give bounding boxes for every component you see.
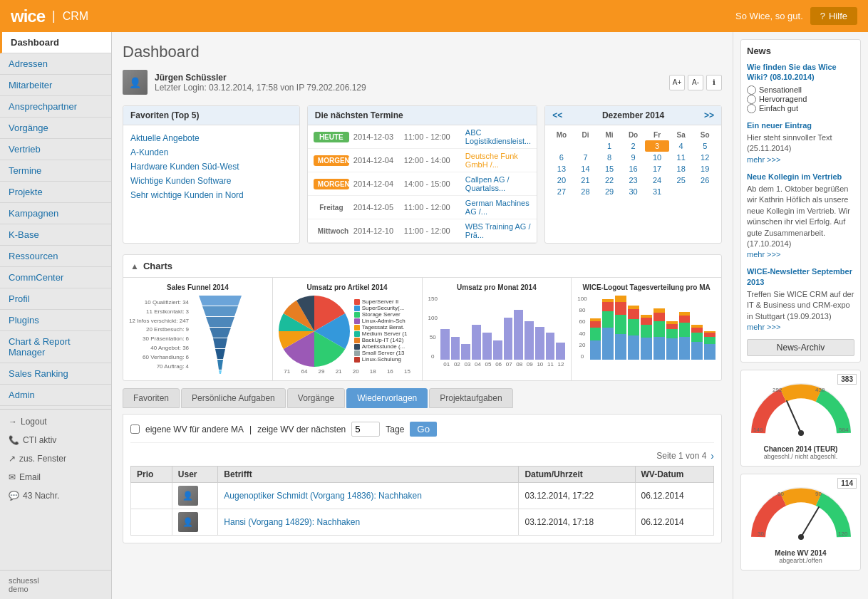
cal-day-17[interactable]: 17 — [645, 163, 669, 175]
wv-go-button[interactable]: Go — [410, 422, 437, 437]
cal-day-20[interactable]: 20 — [549, 175, 574, 186]
fav-link-2[interactable]: A-Kunden — [130, 145, 292, 160]
sidebar-item-plugins[interactable]: Plugins — [0, 310, 111, 331]
sidebar-item-termine[interactable]: Termine — [0, 160, 111, 182]
favoriten-header: Favoriten (Top 5) — [123, 106, 299, 125]
cal-day-23[interactable]: 23 — [621, 175, 646, 186]
sidebar-item-kbase[interactable]: K-Base — [0, 224, 111, 246]
cal-day-12[interactable]: 12 — [693, 152, 717, 163]
header-crm: CRM — [63, 10, 88, 23]
cal-day-18[interactable]: 18 — [669, 163, 693, 175]
cal-day-29[interactable]: 29 — [597, 186, 621, 197]
fav-link-5[interactable]: Sehr wichtige Kunden in Nord — [130, 188, 292, 202]
sidebar-item-adressen[interactable]: Adressen — [0, 53, 111, 75]
wv-checkbox-other-ma[interactable] — [130, 424, 140, 434]
charts-title: Charts — [143, 261, 172, 271]
sidebar-item-chart-report-manager[interactable]: Chart & Report Manager — [0, 331, 111, 363]
table-row: 👤 Augenoptiker Schmidt (Vorgang 14836): … — [131, 483, 714, 509]
info-icon[interactable]: ℹ — [706, 75, 722, 90]
news-more-3[interactable]: mehr >>> — [747, 250, 780, 259]
sidebar-item-vorgaenge[interactable]: Vorgänge — [0, 118, 111, 139]
wv-next-label: zeige WV der nächsten — [257, 424, 346, 434]
cal-day-26[interactable]: 26 — [693, 175, 717, 186]
tab-vorgaenge[interactable]: Vorgänge — [287, 388, 345, 408]
cal-day-9[interactable]: 9 — [621, 152, 646, 163]
gauge-wv-subtitle: abgearbt./offen — [747, 557, 854, 564]
cal-day-3[interactable]: 3 — [645, 140, 669, 152]
cal-day-21[interactable]: 21 — [574, 175, 598, 186]
news-more-4[interactable]: mehr >>> — [747, 323, 780, 331]
tab-projektaufgaben[interactable]: Projektaufgaben — [429, 388, 512, 408]
cal-day-11[interactable]: 11 — [669, 152, 693, 163]
sidebar-item-admin[interactable]: Admin — [0, 385, 111, 406]
sidebar-item-profil[interactable]: Profil — [0, 288, 111, 310]
sidebar-item-ansprechpartner[interactable]: Ansprechpartner — [0, 96, 111, 118]
sidebar-cti[interactable]: 📞 CTI aktiv — [0, 431, 111, 449]
cal-day-15[interactable]: 15 — [597, 163, 621, 175]
news-title: News — [747, 46, 854, 56]
bar-6 — [493, 340, 502, 360]
cal-day-27[interactable]: 27 — [549, 186, 574, 197]
sidebar-item-commcenter[interactable]: CommCenter — [0, 267, 111, 288]
cal-day-4[interactable]: 4 — [669, 140, 693, 152]
radio-hervorragend[interactable] — [747, 95, 756, 104]
wv-link-1[interactable]: Augenoptiker Schmidt (Vorgang 14836): Na… — [224, 491, 422, 501]
fav-link-4[interactable]: Wichtige Kunden Software — [130, 174, 292, 188]
sidebar-item-kampagnen[interactable]: Kampagnen — [0, 203, 111, 224]
cal-prev[interactable]: << — [552, 110, 562, 120]
bar-12 — [556, 343, 565, 360]
charts-header[interactable]: ▲ Charts — [123, 255, 721, 278]
cal-day-13[interactable]: 13 — [549, 163, 574, 175]
cal-day-30[interactable]: 30 — [621, 186, 646, 197]
cal-day-5[interactable]: 5 — [693, 140, 717, 152]
tab-wiedervorlagen[interactable]: Wiedervorlagen — [346, 388, 428, 408]
fav-link-3[interactable]: Hardware Kunden Süd-West — [130, 160, 292, 174]
sidebar-email[interactable]: ✉ Email — [0, 468, 111, 486]
cal-day-19[interactable]: 19 — [693, 163, 717, 175]
news-more-2[interactable]: mehr >>> — [747, 155, 780, 164]
chart-funnel: Sales Funnel 2014 10 Qualifiziert: 34 11… — [123, 278, 273, 380]
sidebar-item-projekte[interactable]: Projekte — [0, 182, 111, 203]
cal-day-7[interactable]: 7 — [574, 152, 598, 163]
sidebar-item-vertrieb[interactable]: Vertrieb — [0, 139, 111, 160]
gauge-chancen-title: Chancen 2014 (TEUR) — [747, 445, 854, 453]
cal-day-22[interactable]: 22 — [597, 175, 621, 186]
cal-next[interactable]: >> — [704, 110, 714, 120]
cal-day-10[interactable]: 10 — [645, 152, 669, 163]
cal-day-8[interactable]: 8 — [597, 152, 621, 163]
help-button[interactable]: ? Hilfe — [810, 7, 857, 25]
funnel-content: 10 Qualifiziert: 34 11 Erstkontakt: 3 12… — [129, 296, 267, 374]
sidebar-item-sales-ranking[interactable]: Sales Ranking — [0, 363, 111, 385]
cal-day-1[interactable]: 1 — [597, 140, 621, 152]
wv-days-input[interactable] — [351, 422, 380, 437]
sidebar-messages[interactable]: 💬 43 Nachr. — [0, 486, 111, 505]
chart-pie: Umsatz pro Artikel 2014 — [273, 278, 423, 380]
sidebar-item-dashboard[interactable]: Dashboard — [0, 32, 111, 53]
bar-4 — [472, 325, 481, 360]
cal-day-28[interactable]: 28 — [574, 186, 598, 197]
wv-separator: | — [249, 424, 252, 434]
wv-next-page[interactable]: › — [711, 450, 714, 462]
news-archive-btn[interactable]: News-Archiv — [747, 339, 854, 356]
sidebar-logout[interactable]: → Logout — [0, 412, 111, 431]
radio-einfach[interactable] — [747, 104, 756, 113]
cal-day-31[interactable]: 31 — [645, 186, 669, 197]
wv-link-2[interactable]: Hansi (Vorgang 14829): Nachhaken — [224, 517, 360, 527]
logo: wice — [11, 6, 45, 26]
cal-day-25[interactable]: 25 — [669, 175, 693, 186]
cal-day-24[interactable]: 24 — [645, 175, 669, 186]
cal-day-6[interactable]: 6 — [549, 152, 574, 163]
fav-link-1[interactable]: Aktuelle Angebote — [130, 131, 292, 145]
termine-body: HEUTE 2014-12-03 11:00 - 12:00 ABC Logis… — [308, 125, 537, 243]
cal-day-16[interactable]: 16 — [621, 163, 646, 175]
sidebar-extra-window[interactable]: ↗ zus. Fenster — [0, 449, 111, 468]
radio-sensationell[interactable] — [747, 85, 756, 95]
cal-day-14[interactable]: 14 — [574, 163, 598, 175]
sidebar-item-ressourcen[interactable]: Ressourcen — [0, 246, 111, 267]
resize-icon[interactable]: A+ — [669, 75, 685, 90]
tab-favoriten[interactable]: Favoriten — [123, 388, 180, 408]
resize-small-icon[interactable]: A- — [688, 75, 703, 90]
tab-aufgaben[interactable]: Persönliche Aufgaben — [181, 388, 286, 408]
cal-day-2[interactable]: 2 — [621, 140, 646, 152]
sidebar-item-mitarbeiter[interactable]: Mitarbeiter — [0, 75, 111, 96]
